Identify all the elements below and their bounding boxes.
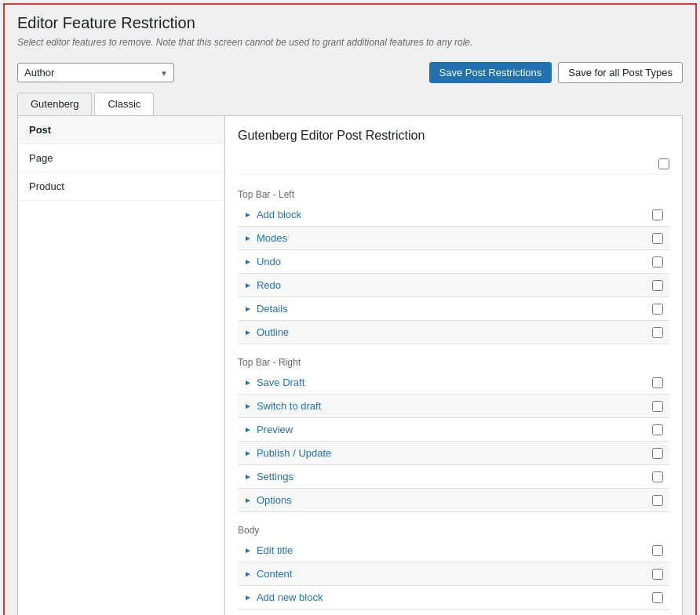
main-content: Post Page Product Gutenberg Editor Post … bbox=[5, 115, 695, 615]
save-post-restrictions-button[interactable]: Save Post Restrictions bbox=[429, 62, 552, 83]
button-group: Save Post Restrictions Save for all Post… bbox=[429, 62, 684, 83]
checkbox-cell-add-new-block bbox=[652, 592, 663, 603]
checkbox-cell-redo bbox=[652, 280, 663, 291]
checkbox-preview[interactable] bbox=[652, 424, 663, 435]
role-select-wrapper[interactable]: Author Editor Subscriber Contributor ▼ bbox=[17, 63, 174, 82]
checkbox-publish-update[interactable] bbox=[652, 448, 663, 459]
expand-icon-edit-title: ► bbox=[244, 546, 252, 555]
role-select[interactable]: Author Editor Subscriber Contributor bbox=[17, 63, 174, 82]
item-label-content: ► Content bbox=[244, 568, 292, 580]
restriction-item-options: ► Options bbox=[238, 489, 669, 512]
item-text-add-block: Add block bbox=[257, 209, 301, 220]
item-label-modes: ► Modes bbox=[244, 232, 287, 244]
restriction-item-save-draft: ► Save Draft bbox=[238, 371, 669, 395]
checkbox-save-draft[interactable] bbox=[652, 377, 663, 388]
item-label-add-new-block: ► Add new block bbox=[244, 591, 323, 603]
restriction-item-modes: ► Modes bbox=[238, 227, 669, 250]
item-label-settings: ► Settings bbox=[244, 471, 293, 482]
checkbox-cell-modes bbox=[652, 233, 663, 244]
checkbox-cell-outline bbox=[652, 327, 663, 338]
item-text-options: Options bbox=[257, 494, 292, 506]
item-text-modes: Modes bbox=[257, 232, 287, 244]
checkbox-details[interactable] bbox=[652, 304, 663, 315]
section-label-top-bar-right: Top Bar - Right bbox=[238, 351, 669, 371]
page-title: Editor Feature Restriction bbox=[17, 14, 683, 32]
checkbox-cell-publish-update bbox=[652, 448, 663, 459]
checkbox-cell-content bbox=[652, 569, 663, 580]
section-body: Body ► Edit title ► Content bbox=[238, 519, 669, 610]
restriction-item-edit-title: ► Edit title bbox=[238, 539, 669, 562]
select-all-checkbox[interactable] bbox=[658, 158, 669, 169]
restriction-item-undo: ► Undo bbox=[238, 250, 669, 274]
item-text-undo: Undo bbox=[257, 256, 281, 267]
checkbox-add-block[interactable] bbox=[652, 209, 663, 220]
item-label-publish-update: ► Publish / Update bbox=[244, 447, 331, 459]
checkbox-cell-undo bbox=[652, 257, 663, 267]
checkbox-cell-settings bbox=[652, 471, 663, 482]
restriction-item-publish-update: ► Publish / Update bbox=[238, 442, 669, 465]
checkbox-undo[interactable] bbox=[652, 257, 663, 267]
expand-icon-publish-update: ► bbox=[244, 449, 252, 457]
checkbox-cell-add-block bbox=[652, 209, 663, 220]
expand-icon-switch-to-draft: ► bbox=[244, 402, 252, 410]
item-text-settings: Settings bbox=[257, 471, 293, 482]
tab-gutenberg[interactable]: Gutenberg bbox=[17, 93, 92, 115]
expand-icon-preview: ► bbox=[244, 425, 252, 434]
item-label-undo: ► Undo bbox=[244, 256, 281, 267]
sidebar-item-post[interactable]: Post bbox=[18, 116, 224, 144]
checkbox-modes[interactable] bbox=[652, 233, 663, 244]
expand-icon-content: ► bbox=[244, 570, 252, 578]
item-label-save-draft: ► Save Draft bbox=[244, 377, 304, 388]
restriction-item-content: ► Content bbox=[238, 562, 669, 586]
restriction-item-preview: ► Preview bbox=[238, 418, 669, 442]
expand-icon-details: ► bbox=[244, 304, 252, 313]
restriction-item-details: ► Details bbox=[238, 297, 669, 321]
section-top-bar-right: Top Bar - Right ► Save Draft ► Switch to… bbox=[238, 351, 669, 512]
checkbox-cell-preview bbox=[652, 424, 663, 435]
restriction-item-add-new-block: ► Add new block bbox=[238, 586, 669, 610]
main-panel: Gutenberg Editor Post Restriction Top Ba… bbox=[225, 115, 683, 615]
expand-icon-save-draft: ► bbox=[244, 378, 252, 387]
item-label-details: ► Details bbox=[244, 303, 288, 315]
expand-icon-undo: ► bbox=[244, 257, 252, 266]
item-label-redo: ► Redo bbox=[244, 279, 281, 291]
checkbox-settings[interactable] bbox=[652, 471, 663, 482]
sidebar-item-page[interactable]: Page bbox=[18, 144, 224, 173]
checkbox-edit-title[interactable] bbox=[652, 545, 663, 556]
checkbox-options[interactable] bbox=[652, 495, 663, 506]
checkbox-cell-options bbox=[652, 495, 663, 506]
expand-icon-settings: ► bbox=[244, 472, 252, 481]
tab-classic[interactable]: Classic bbox=[94, 93, 154, 115]
checkbox-switch-to-draft[interactable] bbox=[652, 401, 663, 412]
tab-area: Gutenberg Classic bbox=[17, 93, 683, 115]
item-label-preview: ► Preview bbox=[244, 424, 293, 435]
item-text-publish-update: Publish / Update bbox=[257, 447, 331, 459]
checkbox-add-new-block[interactable] bbox=[652, 592, 663, 603]
restriction-item-add-block: ► Add block bbox=[238, 203, 669, 227]
checkbox-outline[interactable] bbox=[652, 327, 663, 338]
save-all-post-types-button[interactable]: Save for all Post Types bbox=[558, 62, 683, 83]
checkbox-cell-save-draft bbox=[652, 377, 663, 388]
section-top-bar-left: Top Bar - Left ► Add block ► Modes bbox=[238, 183, 669, 344]
item-text-outline: Outline bbox=[257, 326, 289, 338]
checkbox-cell-edit-title bbox=[652, 545, 663, 556]
checkbox-cell-switch-to-draft bbox=[652, 401, 663, 412]
expand-icon-redo: ► bbox=[244, 281, 252, 289]
checkbox-redo[interactable] bbox=[652, 280, 663, 291]
item-label-outline: ► Outline bbox=[244, 326, 289, 338]
expand-icon-options: ► bbox=[244, 496, 252, 504]
item-text-save-draft: Save Draft bbox=[257, 377, 304, 388]
item-label-options: ► Options bbox=[244, 494, 292, 506]
sidebar-item-product[interactable]: Product bbox=[18, 173, 224, 201]
restriction-item-switch-to-draft: ► Switch to draft bbox=[238, 395, 669, 418]
item-text-details: Details bbox=[257, 303, 288, 315]
checkbox-cell-details bbox=[652, 304, 663, 315]
expand-icon-outline: ► bbox=[244, 328, 252, 337]
item-label-add-block: ► Add block bbox=[244, 209, 301, 220]
expand-icon-add-block: ► bbox=[244, 210, 252, 219]
page-subtitle: Select editor features to remove. Note t… bbox=[17, 37, 683, 48]
checkbox-content[interactable] bbox=[652, 569, 663, 580]
restriction-item-settings: ► Settings bbox=[238, 465, 669, 489]
panel-title: Gutenberg Editor Post Restriction bbox=[238, 129, 669, 143]
item-text-add-new-block: Add new block bbox=[257, 591, 323, 603]
